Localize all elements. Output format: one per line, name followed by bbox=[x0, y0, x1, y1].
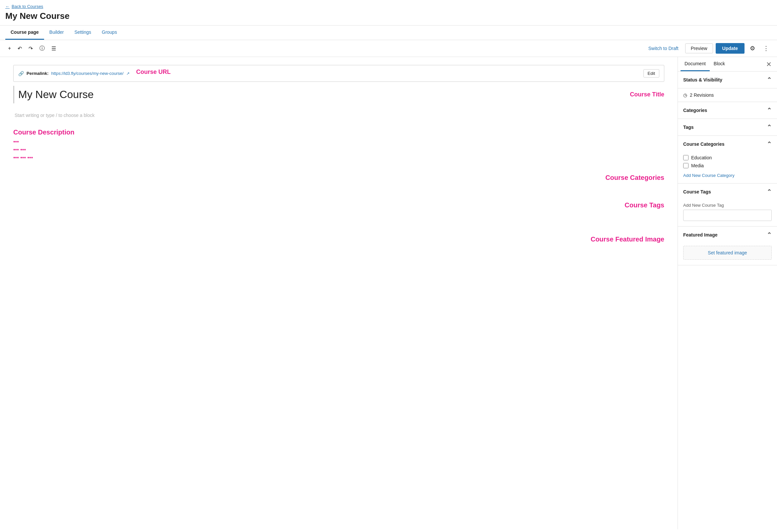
tab-course-page[interactable]: Course page bbox=[5, 25, 44, 40]
course-tags-section: Course Tags ⌃ Add New Course Tag bbox=[678, 183, 777, 227]
status-visibility-section: Status & Visibility ⌃ bbox=[678, 72, 777, 89]
main-tabs: Course page Builder Settings Groups bbox=[0, 25, 777, 40]
list-view-button[interactable]: ☰ bbox=[49, 43, 59, 54]
course-featured-image-annotation: Course Featured Image bbox=[13, 236, 664, 243]
tab-settings[interactable]: Settings bbox=[69, 25, 97, 40]
category-education-checkbox[interactable] bbox=[683, 155, 688, 160]
main-layout: 🔗 Permalink: https://ld3.fly/courses/my-… bbox=[0, 57, 777, 529]
permalink-label: Permalink: bbox=[26, 71, 48, 76]
link-icon: 🔗 bbox=[18, 71, 24, 76]
sidebar-tab-block[interactable]: Block bbox=[710, 57, 729, 71]
status-visibility-label: Status & Visibility bbox=[683, 77, 722, 83]
sidebar: Document Block ✕ Status & Visibility ⌃ ◷… bbox=[678, 57, 777, 529]
gear-icon: ⚙ bbox=[750, 45, 755, 52]
page-title: My New Course bbox=[0, 11, 777, 25]
dot-line-3: ••• ••• ••• bbox=[13, 155, 664, 161]
tags-header[interactable]: Tags ⌃ bbox=[678, 119, 777, 135]
course-tags-chevron-icon: ⌃ bbox=[767, 188, 772, 195]
course-categories-chevron-icon: ⌃ bbox=[767, 140, 772, 148]
revisions-label: 2 Revisions bbox=[690, 93, 714, 98]
featured-image-chevron-icon: ⌃ bbox=[767, 231, 772, 239]
toolbar-left-controls: + ↶ ↷ ⓘ ☰ bbox=[5, 43, 643, 54]
course-tags-annotation: Course Tags bbox=[13, 202, 664, 209]
featured-image-label: Featured Image bbox=[683, 232, 717, 238]
back-link-label: Back to Courses bbox=[12, 4, 43, 9]
permalink-bar: 🔗 Permalink: https://ld3.fly/courses/my-… bbox=[13, 65, 664, 82]
tab-builder[interactable]: Builder bbox=[44, 25, 69, 40]
featured-image-section: Featured Image ⌃ Set featured image bbox=[678, 227, 777, 265]
course-tags-content: Add New Course Tag bbox=[678, 200, 777, 226]
revisions-section: ◷ 2 Revisions bbox=[678, 89, 777, 102]
course-tags-label: Course Tags bbox=[683, 189, 711, 194]
course-url-annotation: Course URL bbox=[136, 69, 171, 76]
permalink-edit-button[interactable]: Edit bbox=[643, 69, 659, 78]
info-button[interactable]: ⓘ bbox=[37, 43, 47, 54]
category-media-checkbox[interactable] bbox=[683, 163, 688, 168]
info-icon: ⓘ bbox=[39, 45, 45, 52]
dot-line-2: ••• ••• bbox=[13, 147, 664, 153]
undo-button[interactable]: ↶ bbox=[15, 43, 24, 54]
revisions-row[interactable]: ◷ 2 Revisions bbox=[678, 89, 777, 102]
sidebar-tabs: Document Block ✕ bbox=[678, 57, 777, 72]
category-media-label[interactable]: Media bbox=[691, 163, 704, 168]
settings-gear-button[interactable]: ⚙ bbox=[747, 43, 758, 54]
switch-to-draft-button[interactable]: Switch to Draft bbox=[644, 44, 682, 53]
sidebar-tab-document[interactable]: Document bbox=[680, 57, 710, 71]
course-description-annotation: Course Description bbox=[13, 129, 664, 136]
permalink-url[interactable]: https://ld3.fly/courses/my-new-course/ bbox=[51, 71, 123, 76]
preview-button[interactable]: Preview bbox=[685, 43, 713, 53]
status-visibility-header[interactable]: Status & Visibility ⌃ bbox=[678, 72, 777, 88]
more-options-button[interactable]: ⋮ bbox=[760, 43, 772, 54]
course-tags-header[interactable]: Course Tags ⌃ bbox=[678, 183, 777, 200]
course-tag-input[interactable] bbox=[683, 210, 772, 221]
plus-icon: + bbox=[8, 45, 11, 51]
tab-groups[interactable]: Groups bbox=[97, 25, 122, 40]
close-icon: ✕ bbox=[766, 60, 772, 68]
tags-label: Tags bbox=[683, 125, 694, 130]
add-new-course-category-link[interactable]: Add New Course Category bbox=[683, 173, 735, 178]
tags-chevron-icon: ⌃ bbox=[767, 124, 772, 131]
add-block-button[interactable]: + bbox=[5, 43, 14, 53]
revisions-clock-icon: ◷ bbox=[683, 93, 687, 98]
featured-image-content: Set featured image bbox=[678, 243, 777, 265]
ellipsis-icon: ⋮ bbox=[763, 45, 769, 52]
course-categories-content: Education Media Add New Course Category bbox=[678, 152, 777, 183]
category-media-item: Media bbox=[683, 163, 772, 168]
featured-image-header[interactable]: Featured Image ⌃ bbox=[678, 227, 777, 243]
update-button[interactable]: Update bbox=[716, 43, 745, 54]
category-education-label[interactable]: Education bbox=[691, 155, 712, 160]
categories-header[interactable]: Categories ⌃ bbox=[678, 102, 777, 119]
tags-section: Tags ⌃ bbox=[678, 119, 777, 136]
editor-area: 🔗 Permalink: https://ld3.fly/courses/my-… bbox=[0, 57, 678, 529]
course-title-input[interactable] bbox=[13, 86, 623, 103]
course-categories-annotation: Course Categories bbox=[13, 174, 664, 181]
set-featured-image-button[interactable]: Set featured image bbox=[683, 246, 772, 260]
sidebar-close-button[interactable]: ✕ bbox=[763, 59, 774, 70]
arrow-left-icon: ← bbox=[5, 4, 10, 9]
redo-button[interactable]: ↷ bbox=[26, 43, 35, 54]
course-categories-label: Course Categories bbox=[683, 141, 724, 147]
tag-input-label: Add New Course Tag bbox=[683, 203, 772, 208]
editor-toolbar: + ↶ ↷ ⓘ ☰ Switch to Draft Preview Update… bbox=[0, 40, 777, 57]
dot-line-1: ••• bbox=[13, 139, 664, 145]
status-chevron-icon: ⌃ bbox=[767, 76, 772, 84]
course-title-annotation: Course Title bbox=[630, 91, 664, 98]
categories-section: Categories ⌃ bbox=[678, 102, 777, 119]
undo-icon: ↶ bbox=[18, 45, 22, 52]
external-link-icon: ↗ bbox=[126, 71, 130, 76]
categories-label: Categories bbox=[683, 108, 707, 113]
content-placeholder[interactable]: Start writing or type / to choose a bloc… bbox=[13, 110, 664, 121]
course-categories-section: Course Categories ⌃ Education Media Add … bbox=[678, 136, 777, 183]
redo-icon: ↷ bbox=[28, 45, 33, 52]
toolbar-right-controls: Switch to Draft Preview Update ⚙ ⋮ bbox=[644, 43, 772, 54]
course-categories-header[interactable]: Course Categories ⌃ bbox=[678, 136, 777, 152]
category-education-item: Education bbox=[683, 155, 772, 160]
list-icon: ☰ bbox=[51, 45, 56, 52]
categories-chevron-icon: ⌃ bbox=[767, 107, 772, 114]
back-to-courses-link[interactable]: ← Back to Courses bbox=[0, 0, 777, 11]
